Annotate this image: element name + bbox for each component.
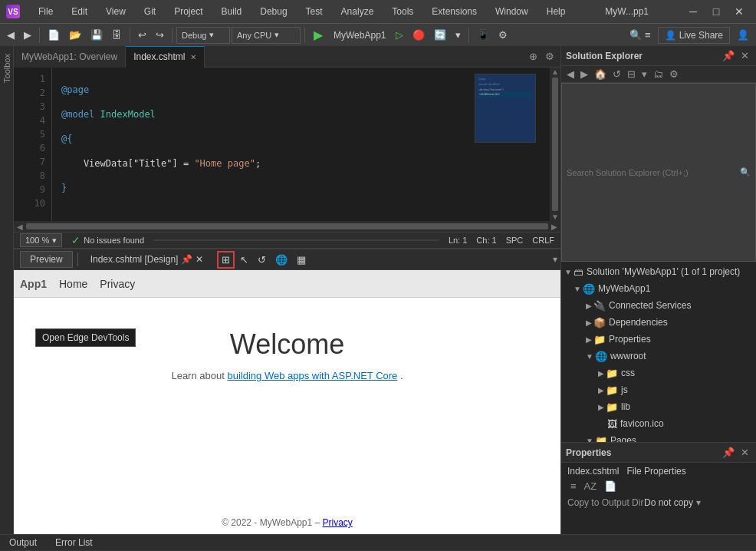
se-search-icon[interactable]: 🔍 [740, 167, 751, 177]
device-toolbar[interactable]: 📱 [473, 26, 493, 45]
tree-solution[interactable]: ▼ 🗃 Solution 'MyWebApp1' (1 of 1 project… [561, 263, 756, 280]
design-tab-pin[interactable]: 📌 [181, 254, 192, 265]
undo-button[interactable]: ↩ [134, 26, 150, 45]
design-tab-right: ▾ [550, 254, 560, 265]
menu-extensions[interactable]: Extensions [426, 5, 483, 18]
menu-build[interactable]: Build [215, 5, 248, 18]
aspnet-link[interactable]: building Web apps with ASP.NET Core [227, 370, 397, 381]
tree-css[interactable]: ▶ 📁 css [561, 365, 756, 381]
minimize-button[interactable]: ─ [682, 1, 704, 22]
scroll-up-icon[interactable]: ▲ [551, 68, 559, 76]
overview-tab[interactable]: MyWebApp1: Overview [14, 46, 126, 68]
new-file-button[interactable]: 📄 [44, 26, 64, 45]
platform-dropdown[interactable]: Any CPU ▾ [232, 27, 301, 44]
menu-analyze[interactable]: Analyze [335, 5, 380, 18]
pin-icon[interactable]: 📌 [720, 49, 737, 62]
se-search-input[interactable] [567, 168, 740, 177]
menu-view[interactable]: View [100, 5, 132, 18]
h-scroll-thumb[interactable] [26, 223, 548, 229]
redo-button[interactable]: ↪ [152, 26, 168, 45]
browser-button[interactable]: 🔄 [430, 26, 450, 45]
menu-tools[interactable]: Tools [386, 5, 419, 18]
open-button[interactable]: 📂 [65, 26, 85, 45]
maximize-button[interactable]: □ [705, 1, 727, 22]
se-refresh-btn[interactable]: ↺ [610, 68, 623, 81]
footer-privacy-link[interactable]: Privacy [323, 517, 353, 528]
tree-dependencies[interactable]: ▶ 📦 Dependencies [561, 314, 756, 331]
se-search-bar[interactable]: 🔍 [561, 83, 756, 262]
pointer-tool-button[interactable]: ↖ [236, 252, 252, 268]
close-design-btn[interactable]: ▾ [550, 254, 560, 265]
preview-button[interactable]: Preview [20, 251, 73, 268]
prop-close-icon[interactable]: ✕ [738, 446, 751, 459]
back-button[interactable]: ◀ [3, 26, 18, 45]
scroll-left-icon[interactable]: ◀ [17, 223, 23, 231]
zoom-dropdown[interactable]: 100 % ▾ [20, 233, 62, 247]
select-tool-button[interactable]: ⊞ [217, 251, 235, 269]
index-cshtml-tab[interactable]: Index.cshtml ✕ [126, 46, 204, 68]
account-button[interactable]: 👤 [733, 26, 753, 45]
tree-project[interactable]: ▼ 🌐 MyWebApp1 [561, 280, 756, 297]
nav-privacy[interactable]: Privacy [100, 278, 135, 290]
title-bar: VS File Edit View Git Project Build Debu… [0, 0, 756, 23]
se-collapse-btn[interactable]: ⊟ [625, 68, 638, 81]
close-button[interactable]: ✕ [728, 1, 750, 22]
tree-pages[interactable]: ▼ 📁 Pages [561, 432, 756, 442]
globe-button[interactable]: 🌐 [271, 252, 291, 268]
menu-edit[interactable]: Edit [65, 5, 94, 18]
start-without-debug[interactable]: ▷ [392, 26, 407, 45]
more-toolbar[interactable]: ⚙ [495, 26, 511, 45]
more-tools[interactable]: ▾ [452, 26, 465, 45]
prop-pin-icon[interactable]: 📌 [720, 446, 737, 459]
output-tab[interactable]: Output [0, 534, 46, 551]
prop-categories-btn[interactable]: ≡ [567, 480, 580, 493]
debug-config-dropdown[interactable]: Debug ▾ [176, 27, 230, 44]
menu-debug[interactable]: Debug [254, 5, 293, 18]
design-tab-label[interactable]: Index.cshtml [Design] 📌 ✕ [83, 254, 212, 265]
liveshare-button[interactable]: 👤 Live Share [658, 27, 730, 44]
nav-home[interactable]: Home [59, 278, 87, 290]
run-button[interactable]: ▶ [309, 26, 327, 44]
se-filter-btn[interactable]: ▾ [639, 68, 649, 81]
close-panel-icon[interactable]: ✕ [738, 49, 751, 62]
prop-expand-icon[interactable]: ▾ [696, 497, 701, 508]
menu-file[interactable]: File [32, 5, 59, 18]
prop-sort-btn[interactable]: AZ [581, 480, 600, 493]
toolbox-label[interactable]: Toolbox [1, 49, 13, 87]
se-back-btn[interactable]: ◀ [564, 68, 577, 81]
se-forward-btn[interactable]: ▶ [578, 68, 590, 81]
menu-project[interactable]: Project [168, 5, 209, 18]
search-button[interactable]: 🔍 ≡ [626, 26, 654, 45]
tree-lib[interactable]: ▶ 📁 lib [561, 398, 756, 415]
save-button[interactable]: 💾 [87, 26, 107, 45]
save-all-button[interactable]: 🗄 [108, 26, 126, 45]
refresh-button[interactable]: 🔴 [409, 26, 429, 45]
scroll-thumb[interactable] [552, 78, 558, 211]
se-home-btn[interactable]: 🏠 [592, 68, 609, 81]
tree-properties[interactable]: ▶ 📁 Properties [561, 331, 756, 348]
scroll-right-icon[interactable]: ▶ [551, 223, 557, 231]
tree-favicon[interactable]: 🖼 favicon.ico [561, 415, 756, 432]
menu-help[interactable]: Help [541, 5, 572, 18]
vertical-scrollbar[interactable]: ▲ ▼ [550, 68, 560, 221]
se-settings-btn[interactable]: ⚙ [667, 68, 681, 81]
split-editor[interactable]: ⚙ [542, 49, 557, 64]
prop-pages-btn[interactable]: 📄 [601, 480, 620, 493]
se-showfiles-btn[interactable]: 🗂 [651, 68, 666, 81]
new-vertical-tab[interactable]: ⊕ [526, 49, 541, 64]
error-list-tab[interactable]: Error List [46, 534, 102, 551]
horizontal-scrollbar[interactable]: ◀ ▶ [14, 221, 560, 232]
tree-wwwroot[interactable]: ▼ 🌐 wwwroot [561, 348, 756, 365]
design-tab-close[interactable]: ✕ [196, 254, 203, 265]
menu-window[interactable]: Window [489, 5, 534, 18]
tab-close-icon[interactable]: ✕ [190, 53, 196, 61]
refresh-design-button[interactable]: ↺ [254, 252, 270, 268]
menu-git[interactable]: Git [138, 5, 162, 18]
tree-connected-services[interactable]: ▶ 🔌 Connected Services [561, 297, 756, 314]
menu-test[interactable]: Test [300, 5, 329, 18]
grid-button[interactable]: ▦ [293, 252, 310, 268]
scroll-down-icon[interactable]: ▼ [551, 213, 559, 221]
line-ending-label: CRLF [532, 236, 554, 245]
forward-button[interactable]: ▶ [20, 26, 35, 45]
tree-js[interactable]: ▶ 📁 js [561, 381, 756, 398]
